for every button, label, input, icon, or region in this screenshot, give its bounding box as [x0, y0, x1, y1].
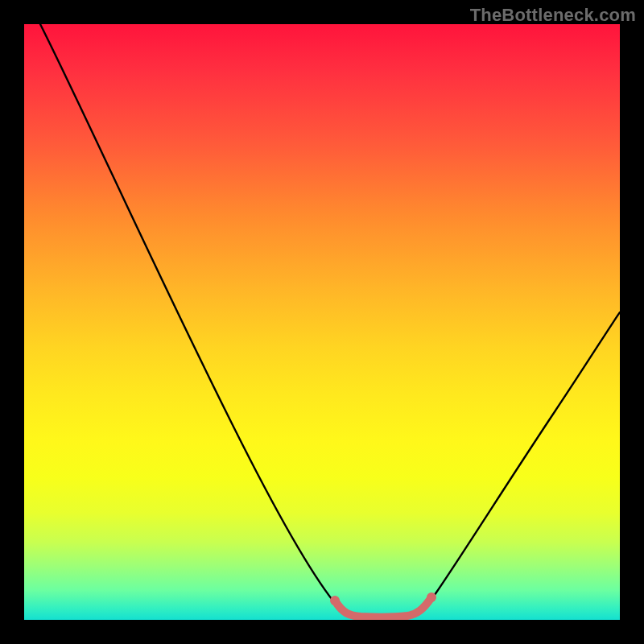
watermark-text: TheBottleneck.com	[470, 5, 636, 26]
chart-stage: TheBottleneck.com	[0, 0, 644, 644]
floor-band-endpoint-right	[427, 592, 436, 602]
bottleneck-curve	[40, 24, 620, 618]
floor-band-endpoint-left	[330, 596, 340, 605]
floor-band-highlight	[335, 597, 431, 617]
curve-layer	[24, 24, 620, 620]
plot-area	[24, 24, 620, 620]
